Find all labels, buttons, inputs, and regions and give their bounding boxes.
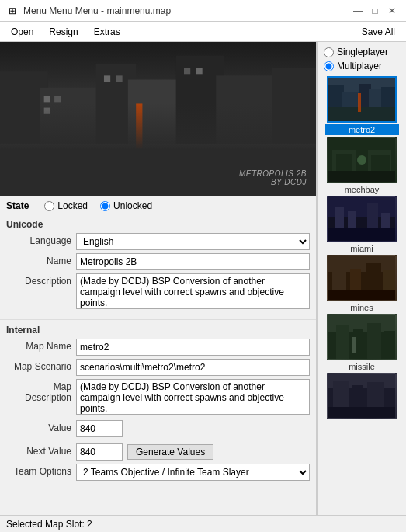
miami-thumbnail-svg <box>328 197 395 241</box>
map-thumb-img-metro2 <box>327 76 397 123</box>
map-preview: METROPOLIS 2B BY DCDJ <box>0 42 316 196</box>
map-name-control <box>76 339 310 356</box>
description-label: Description <box>6 273 76 287</box>
map-thumb-img-mechbay <box>327 137 397 183</box>
name-control <box>76 253 310 270</box>
singleplayer-label: Singleplayer <box>337 47 388 57</box>
language-select[interactable]: English <box>76 233 310 250</box>
status-bar: Selected Map Slot: 2 <box>0 515 406 532</box>
singleplayer-radio-label[interactable]: Singleplayer <box>324 47 400 57</box>
mode-radio-group: Singleplayer Multiplayer <box>318 42 406 73</box>
generate-values-button[interactable]: Generate Values <box>127 444 213 460</box>
menu-open[interactable]: Open <box>3 24 41 40</box>
next-value-label: Next Value <box>6 443 76 457</box>
map-desc-label: Map Description <box>6 379 76 403</box>
map-scenario-row: Map Scenario <box>6 359 310 376</box>
description-row: Description (Made by DCDJ) BSP Conversio… <box>6 273 310 311</box>
svg-rect-40 <box>328 228 395 241</box>
maximize-button[interactable]: □ <box>367 3 383 19</box>
map-thumb-missile[interactable]: missile <box>325 314 399 371</box>
svg-rect-7 <box>272 68 316 196</box>
menu-extras[interactable]: Extras <box>86 24 128 40</box>
map-thumb-metro2[interactable]: metro2 <box>325 76 399 135</box>
svg-rect-16 <box>196 68 202 74</box>
map-thumb-mechbay[interactable]: mechbay <box>325 137 399 194</box>
value-input[interactable] <box>76 420 123 437</box>
svg-rect-13 <box>104 75 110 82</box>
map-thumb-last[interactable] <box>325 373 399 421</box>
unlocked-radio[interactable] <box>100 201 110 211</box>
svg-rect-4 <box>128 80 184 196</box>
svg-rect-32 <box>328 171 395 182</box>
mines-thumbnail-svg <box>328 256 395 300</box>
map-scenario-label: Map Scenario <box>6 359 76 372</box>
locked-radio[interactable] <box>44 201 54 211</box>
menu-bar: Open Resign Extras Save All <box>0 22 406 42</box>
svg-rect-11 <box>54 96 61 102</box>
multiplayer-radio[interactable] <box>324 61 334 71</box>
svg-text:BY DCDJ: BY DCDJ <box>168 177 200 186</box>
map-thumb-img-miami <box>327 196 397 242</box>
minimize-button[interactable]: — <box>350 3 366 19</box>
map-thumb-miami[interactable]: miami <box>325 196 399 253</box>
language-control: English <box>76 233 310 250</box>
svg-rect-50 <box>336 325 349 359</box>
language-label: Language <box>6 233 76 246</box>
next-value-control: Generate Values <box>76 443 213 461</box>
team-options-select[interactable]: 2 Teams Objective / Infinite Team Slayer… <box>76 464 310 481</box>
map-thumb-img-missile <box>327 314 397 360</box>
map-scenario-control <box>76 359 310 376</box>
right-panel: Singleplayer Multiplayer <box>317 42 406 532</box>
menu-resign[interactable]: Resign <box>41 24 85 40</box>
map-thumb-img-mines <box>327 255 397 301</box>
unicode-section: Unicode Language English Name Descriptio… <box>0 214 316 320</box>
internal-section-title: Internal <box>6 325 310 336</box>
svg-rect-60 <box>328 407 395 418</box>
name-input[interactable] <box>76 253 310 270</box>
name-label: Name <box>6 253 76 266</box>
map-thumb-label-mines: mines <box>325 303 399 312</box>
svg-rect-52 <box>367 323 381 359</box>
map-thumb-img-last <box>327 373 397 419</box>
map-desc-textarea[interactable]: (Made by DCDJ) BSP Conversion of another… <box>76 379 310 415</box>
team-options-label: Team Options <box>6 464 76 477</box>
app-icon: ⊞ <box>6 5 19 17</box>
next-value-row: Next Value Generate Values <box>6 443 310 461</box>
description-control: (Made by DCDJ) BSP Conversion of another… <box>76 273 310 311</box>
svg-rect-10 <box>44 96 50 102</box>
metro2-thumbnail-svg <box>328 78 395 121</box>
value-row: Value <box>6 420 310 440</box>
locked-label[interactable]: Locked <box>57 200 88 211</box>
language-row: Language English <box>6 233 310 250</box>
svg-text:METROPOLIS 2B: METROPOLIS 2B <box>140 167 200 176</box>
save-all-button[interactable]: Save All <box>354 24 403 40</box>
main-layout: METROPOLIS 2B BY DCDJ State Locked Unloc… <box>0 42 406 532</box>
state-section: State Locked Unlocked <box>0 196 316 214</box>
svg-rect-9 <box>136 103 142 151</box>
status-text: Selected Map Slot: 2 <box>6 519 92 530</box>
title-bar: ⊞ Menu Menu Menu - mainmenu.map — □ ✕ <box>0 0 406 22</box>
name-row: Name <box>6 253 310 270</box>
next-value-input[interactable] <box>76 443 123 461</box>
map-thumb-label-mechbay: mechbay <box>325 185 399 194</box>
unlocked-label[interactable]: Unlocked <box>113 200 152 211</box>
left-panel: METROPOLIS 2B BY DCDJ State Locked Unloc… <box>0 42 317 532</box>
svg-rect-47 <box>328 290 395 300</box>
title-bar-controls: — □ ✕ <box>350 3 400 19</box>
close-button[interactable]: ✕ <box>384 3 400 19</box>
description-textarea[interactable]: (Made by DCDJ) BSP Conversion of another… <box>76 273 310 309</box>
team-options-row: Team Options 2 Teams Objective / Infinit… <box>6 464 310 481</box>
map-name-input[interactable] <box>76 339 310 356</box>
svg-rect-8 <box>0 144 316 196</box>
multiplayer-label: Multiplayer <box>337 61 382 71</box>
map-thumb-mines[interactable]: mines <box>325 255 399 312</box>
team-options-control: 2 Teams Objective / Infinite Team Slayer… <box>76 464 310 481</box>
singleplayer-radio[interactable] <box>324 47 334 57</box>
svg-rect-53 <box>384 331 395 359</box>
map-scenario-input[interactable] <box>76 359 310 376</box>
svg-rect-6 <box>216 75 279 196</box>
svg-rect-14 <box>116 75 122 82</box>
last-thumbnail-svg <box>328 374 395 418</box>
map-preview-scene: METROPOLIS 2B BY DCDJ <box>0 42 316 196</box>
multiplayer-radio-label[interactable]: Multiplayer <box>324 61 400 71</box>
